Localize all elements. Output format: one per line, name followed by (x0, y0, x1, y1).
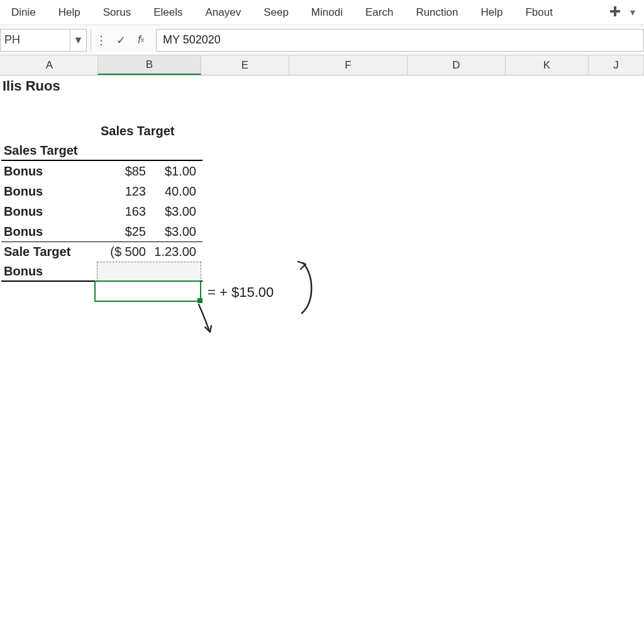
menu-bar: Dinie Help Sorus Eleels Anayev Seep Mino… (0, 0, 644, 25)
spreadsheet-grid[interactable]: Ilis Ruos Sales Target Sales Target Bonu… (0, 75, 644, 644)
row-label-2: Bonus (1, 204, 98, 219)
col-header-A[interactable]: A (1, 55, 98, 75)
formula-bar-row: PH ▼ ⋮ ✓ fx MY 502020 (0, 25, 644, 55)
menu-item-0[interactable]: Dinie (3, 3, 45, 23)
col-header-F[interactable]: F (289, 55, 408, 75)
formula-confirm-icon[interactable]: ✓ (111, 29, 131, 52)
col-header-K[interactable]: K (506, 55, 589, 75)
name-box-dropdown-icon[interactable]: ▼ (70, 30, 86, 51)
menu-item-4[interactable]: Anayev (196, 3, 250, 23)
row-label-0: Bonus (1, 164, 98, 179)
row-v1-3[interactable]: $25 (98, 225, 150, 239)
row-label-3: Bonus (1, 225, 98, 239)
data-table: Sales Target Sales Target Bonus $85 $1.0… (1, 98, 203, 282)
col-header-J[interactable]: J (589, 55, 644, 75)
menu-item-6[interactable]: Minodi (303, 3, 352, 23)
table-header-title: Sales Target (98, 124, 201, 138)
menu-item-9[interactable]: Help (472, 3, 511, 23)
name-box-value: PH (1, 33, 70, 47)
formula-input[interactable]: MY 502020 (156, 29, 644, 52)
row-v2-4[interactable]: 1.23.00 (150, 245, 201, 259)
menu-item-8[interactable]: Runction (407, 3, 467, 23)
row-label-5: Bonus (1, 264, 98, 279)
toolbar-dropdown-icon[interactable]: ▾ (624, 6, 641, 18)
row-v1-4[interactable]: ($ 500 (98, 245, 150, 259)
table-subheader: Sales Target (1, 143, 98, 158)
menu-item-7[interactable]: Earch (357, 3, 402, 23)
toolbar-split-icon[interactable] (606, 6, 624, 19)
name-box[interactable]: PH ▼ (0, 29, 87, 52)
row-v1-0[interactable]: $85 (98, 164, 150, 179)
referenced-cell-highlight (97, 262, 201, 282)
menu-item-1[interactable]: Help (50, 3, 89, 23)
col-header-D[interactable]: D (408, 55, 506, 75)
row-v2-1[interactable]: 40.00 (150, 184, 201, 199)
row-v2-3[interactable]: $3.00 (150, 225, 201, 239)
row-label-4: Sale Target (1, 245, 98, 259)
row-v2-2[interactable]: $3.00 (150, 204, 201, 219)
row-v1-2[interactable]: 163 (98, 204, 150, 219)
formula-separator-icon: ⋮ (91, 29, 111, 52)
column-headers: A B E F D K J (0, 55, 644, 75)
menu-item-10[interactable]: Fbout (516, 3, 561, 23)
menu-item-5[interactable]: Seep (255, 3, 297, 23)
formula-fx-icon[interactable]: fx (131, 29, 151, 52)
col-header-B[interactable]: B (98, 55, 201, 75)
col-header-E[interactable]: E (201, 55, 289, 75)
row-label-1: Bonus (1, 184, 98, 199)
row-v2-0[interactable]: $1.00 (150, 164, 201, 179)
fill-handle[interactable] (197, 298, 203, 303)
menu-item-3[interactable]: Eleels (145, 3, 191, 23)
formula-result-annotation: = + $15.00 (208, 284, 274, 301)
row-v1-1[interactable]: 123 (98, 184, 150, 199)
svg-rect-1 (614, 6, 616, 16)
menu-item-2[interactable]: Sorus (94, 3, 140, 23)
cell-text-ilis[interactable]: Ilis Ruos (0, 75, 644, 97)
active-cell[interactable] (94, 280, 201, 302)
